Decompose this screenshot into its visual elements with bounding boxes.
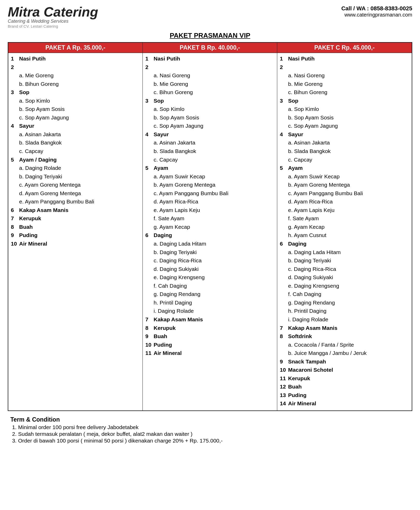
sub-item: b. Ayam Goreng Mentega (280, 181, 409, 189)
sub-item: a. Sop Kimlo (280, 105, 409, 113)
package-header-C: PAKET C Rp. 45.000,- (277, 43, 412, 53)
sub-item: g. Ayam Kecap (145, 223, 274, 231)
terms-list: Minimal order 100 porsi free delivery Ja… (10, 424, 410, 444)
sub-item: i. Daging Rolade (145, 307, 274, 315)
sub-item: g. Ayam Kecap (280, 223, 409, 231)
terms-title: Term & Condition (10, 416, 410, 423)
item-num: 3 (280, 97, 288, 105)
item-row: 2 (11, 63, 140, 72)
item-num: 10 (280, 366, 288, 374)
terms-item: Order di bawah 100 porsi ( minimal 50 po… (18, 438, 410, 444)
item-num: 13 (280, 391, 288, 400)
item-num: 11 (280, 374, 288, 383)
item-row: 4Sayur (280, 130, 409, 139)
sub-item: i. Daging Rolade (280, 315, 409, 324)
item-row: 6Daging (145, 231, 274, 240)
item-label: Air Mineral (288, 399, 316, 408)
item-num: 11 (145, 349, 154, 357)
sub-item: b. Ayam Goreng Mentega (145, 181, 274, 189)
item-row: 2 (145, 63, 274, 72)
sub-item: e. Ayam Lapis Keju (280, 206, 409, 215)
package-content-B: 1Nasi Putih2a. Nasi Gorengb. Mie Gorengc… (143, 53, 277, 360)
item-row: 4Sayur (11, 122, 140, 130)
sub-item: a. Asinan Jakarta (145, 139, 274, 147)
sub-item: a. Daging Lada Hitam (280, 248, 409, 257)
item-num: 6 (11, 206, 19, 215)
sub-item: h. Ayam Cusnut (280, 231, 409, 240)
sub-item: b. Slada Bangkok (11, 139, 140, 147)
item-num: 7 (11, 214, 19, 223)
sub-item: c. Capcay (280, 156, 409, 164)
package-B: PAKET B Rp. 40.000,-1Nasi Putih2a. Nasi … (143, 43, 277, 410)
item-label: Ayam (288, 164, 303, 172)
sub-item: a. Asinan Jakarta (11, 130, 140, 139)
item-label: Daging (288, 240, 306, 248)
item-label: Ayam / Daging (19, 156, 57, 164)
item-row: 11Air Mineral (145, 349, 274, 357)
item-num: 3 (11, 88, 19, 97)
item-row: 4Sayur (145, 130, 274, 139)
sub-item: c. Capcay (145, 156, 274, 164)
item-label: Daging (154, 231, 172, 240)
item-row: 8Buah (11, 223, 140, 231)
item-row: 7Kakap Asam Manis (145, 315, 274, 324)
sub-item: a. Daging Lada Hitam (145, 240, 274, 248)
item-label: Kerupuk (288, 374, 310, 383)
item-num: 6 (280, 240, 288, 248)
item-label: Kakap Asam Manis (19, 206, 69, 215)
sub-item: a. Asinan Jakarta (280, 139, 409, 147)
item-num: 14 (280, 399, 288, 408)
call-label: Call / WA : 0858-8383-0025 (341, 5, 412, 12)
sub-item: e. Daging Krengseng (280, 282, 409, 290)
sub-item: b. Sop Ayam Sosis (11, 105, 140, 113)
item-num: 5 (145, 164, 154, 172)
sub-item: b. Daging Teriyaki (280, 256, 409, 265)
item-num: 5 (280, 164, 288, 172)
item-label: Buah (288, 383, 302, 391)
terms-item: Minimal order 100 porsi free delivery Ja… (18, 424, 410, 430)
sub-item: b. Daging Teriyaki (11, 172, 140, 181)
logo-brand: Brand of CV. Lestari Catering (8, 24, 98, 28)
sub-item: a. Sop Kimlo (11, 97, 140, 105)
item-num: 10 (11, 240, 19, 248)
sub-item: a. Nasi Goreng (280, 71, 409, 80)
item-label: Puding (288, 391, 306, 400)
item-num: 10 (145, 341, 154, 349)
item-num: 5 (11, 156, 19, 164)
page-header: Mitra Catering Catering & Wedding Servic… (8, 5, 412, 28)
item-num: 9 (145, 332, 154, 341)
item-num: 9 (11, 231, 19, 240)
item-row: 9Buah (145, 332, 274, 341)
sub-item: f. Sate Ayam (145, 214, 274, 223)
item-label: Softdrink (288, 332, 312, 341)
sub-item: b. Sop Ayam Sosis (280, 113, 409, 122)
logo-catering: Catering (44, 4, 98, 19)
item-row: 8Softdrink (280, 332, 409, 341)
sub-item: g. Daging Rendang (145, 290, 274, 299)
item-num: 2 (280, 63, 288, 72)
sub-item: b. Mie Goreng (145, 80, 274, 88)
sub-item: a. Sop Kimlo (145, 105, 274, 113)
sub-item: a. Mie Goreng (11, 71, 140, 80)
sub-item: d. Ayam Goreng Mentega (11, 189, 140, 198)
item-label: Macaroni Schotel (288, 366, 333, 374)
package-header-A: PAKET A Rp. 35.000,- (8, 43, 142, 53)
sub-item: b. Bihun Goreng (11, 80, 140, 88)
sub-item: h. Printil Daging (145, 299, 274, 307)
sub-item: d. Ayam Rica-Rica (145, 197, 274, 206)
sub-item: d. Daging Sukiyaki (280, 273, 409, 282)
package-content-C: 1Nasi Putih2a. Nasi Gorengb. Mie Gorengc… (277, 53, 412, 410)
sub-item: a. Ayam Suwir Kecap (145, 172, 274, 181)
sub-item: f. Cah Daging (280, 290, 409, 299)
contact-area: Call / WA : 0858-8383-0025 www.cateringp… (341, 5, 412, 18)
item-num: 9 (280, 357, 288, 366)
item-num: 2 (11, 63, 19, 72)
item-num: 4 (11, 122, 19, 130)
item-num: 8 (11, 223, 19, 231)
item-row: 5Ayam / Daging (11, 156, 140, 164)
terms-section: Term & Condition Minimal order 100 porsi… (8, 416, 412, 444)
package-content-A: 1Nasi Putih2a. Mie Gorengb. Bihun Goreng… (8, 53, 142, 251)
item-label: Sayur (288, 130, 303, 139)
sub-item: c. Capcay (11, 147, 140, 156)
logo-mitra: Mitra (8, 4, 40, 19)
